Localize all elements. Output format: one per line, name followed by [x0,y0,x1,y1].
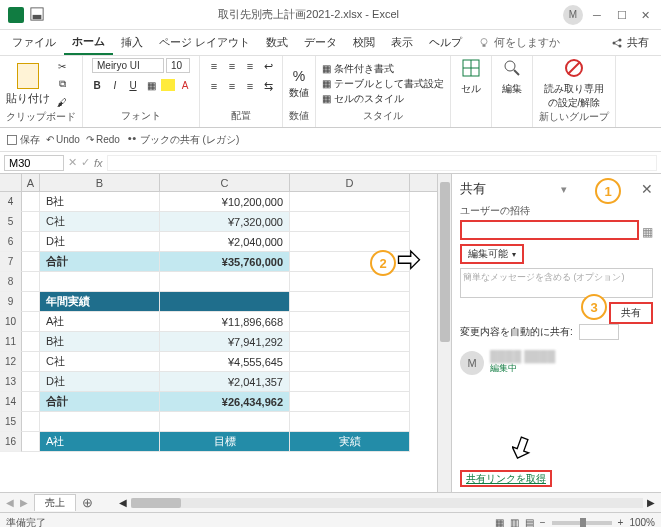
row-header[interactable]: 9 [0,292,22,312]
auto-share-select[interactable] [579,324,619,340]
fill-color-button[interactable] [161,79,175,91]
autosave-icon[interactable] [30,7,46,23]
copy-icon[interactable]: ⧉ [54,76,70,92]
row-header[interactable]: 7 [0,252,22,272]
zoom-out-button[interactable]: − [540,517,546,527]
view-break-icon[interactable]: ▤ [525,517,534,527]
row-header[interactable]: 5 [0,212,22,232]
cell-styles-button[interactable]: ▦セルのスタイル [322,92,444,106]
row-header[interactable]: 11 [0,332,22,352]
row-header[interactable]: 8 [0,272,22,292]
align-bottom-icon[interactable]: ≡ [242,58,258,74]
qat-redo[interactable]: ↷ Redo [86,134,120,145]
get-share-link[interactable]: 共有リンクを取得 [460,470,552,487]
row-header[interactable]: 4 [0,192,22,212]
row-header[interactable]: 13 [0,372,22,392]
col-header-d[interactable]: D [290,174,410,191]
zoom-slider[interactable] [552,521,612,525]
ribbon: 貼り付け ✂ ⧉ 🖌 クリップボード Meiryo UI 10 B I U ▦ … [0,56,661,128]
formula-input[interactable] [107,155,657,171]
message-input[interactable]: 簡単なメッセージを含める (オプション) [460,268,653,298]
wrap-text-icon[interactable]: ↩ [260,58,276,74]
user-avatar[interactable]: M [563,5,583,25]
readonly-button[interactable]: 読み取り専用の設定/解除 [539,58,609,110]
align-middle-icon[interactable]: ≡ [224,58,240,74]
editing-button[interactable]: 編集 [498,58,526,125]
align-left-icon[interactable]: ≡ [206,78,222,94]
font-size-select[interactable]: 10 [166,58,190,73]
horizontal-scrollbar[interactable]: ◀▶ [119,497,655,508]
permission-select[interactable]: 編集可能▾ [460,244,524,264]
format-painter-icon[interactable]: 🖌 [54,94,70,110]
menubar: ファイル ホーム 挿入 ページ レイアウト 数式 データ 校閲 表示 ヘルプ 何… [0,30,661,56]
merge-icon[interactable]: ⇆ [260,78,276,94]
pane-close-button[interactable]: ✕ [641,181,653,197]
underline-button[interactable]: U [125,77,141,93]
view-page-icon[interactable]: ▥ [510,517,519,527]
menu-view[interactable]: 表示 [383,31,421,54]
format-table-button[interactable]: ▦テーブルとして書式設定 [322,77,444,91]
menu-data[interactable]: データ [296,31,345,54]
row-header[interactable]: 14 [0,392,22,412]
menu-help[interactable]: ヘルプ [421,31,470,54]
font-name-select[interactable]: Meiryo UI [92,58,164,73]
maximize-button[interactable]: ☐ [617,9,629,21]
cell[interactable]: ¥10,200,000 [160,192,290,212]
sheet-tab-active[interactable]: 売上 [34,494,76,511]
row-header[interactable]: 12 [0,352,22,372]
tab-nav-next[interactable]: ▶ [20,497,28,508]
qat-undo[interactable]: ↶ Undo [46,134,80,145]
align-top-icon[interactable]: ≡ [206,58,222,74]
tab-nav-prev[interactable]: ◀ [6,497,14,508]
menu-insert[interactable]: 挿入 [113,31,151,54]
menu-pagelayout[interactable]: ページ レイアウト [151,31,258,54]
border-button[interactable]: ▦ [143,77,159,93]
pane-dropdown-icon[interactable]: ▾ [561,183,567,196]
svg-line-11 [514,70,519,75]
address-book-icon[interactable]: ▦ [642,225,653,239]
cell[interactable]: B社 [40,192,160,212]
invite-input[interactable] [460,220,639,240]
group-alignment: ≡ ≡ ≡ ↩ ≡ ≡ ≡ ⇆ 配置 [200,56,283,127]
share-top-button[interactable]: 共有 [603,33,657,52]
menu-review[interactable]: 校閲 [345,31,383,54]
menu-file[interactable]: ファイル [4,31,64,54]
qat-share-legacy[interactable]: ブックの共有 (レガシ) [126,133,239,147]
menu-formulas[interactable]: 数式 [258,31,296,54]
row-header[interactable]: 6 [0,232,22,252]
vertical-scrollbar[interactable] [437,174,451,492]
zoom-in-button[interactable]: + [618,517,624,527]
row-header[interactable]: 10 [0,312,22,332]
align-center-icon[interactable]: ≡ [224,78,240,94]
zoom-level[interactable]: 100% [629,517,655,527]
italic-button[interactable]: I [107,77,123,93]
col-header-a[interactable]: A [22,174,40,191]
percent-icon[interactable]: % [293,68,305,84]
bold-button[interactable]: B [89,77,105,93]
font-color-button[interactable]: A [177,77,193,93]
align-right-icon[interactable]: ≡ [242,78,258,94]
name-box[interactable] [4,155,64,171]
row-header[interactable]: 15 [0,412,22,432]
qat-save[interactable]: 保存 [6,133,40,147]
close-button[interactable]: ✕ [641,9,653,21]
menu-home[interactable]: ホーム [64,30,113,55]
share-top-label: 共有 [627,35,649,50]
auto-share-label: 変更内容を自動的に共有: [460,325,573,339]
fx-icon[interactable]: fx [94,157,103,169]
share-button[interactable]: 共有 [609,302,653,324]
select-all-corner[interactable] [0,174,22,191]
paste-button[interactable]: 貼り付け [6,63,50,106]
col-header-b[interactable]: B [40,174,160,191]
conditional-format-button[interactable]: ▦条件付き書式 [322,62,444,76]
add-sheet-button[interactable]: ⊕ [82,495,93,510]
cells-button[interactable]: セル [457,58,485,125]
tell-me-search[interactable]: 何をしますか [478,35,560,50]
cut-icon[interactable]: ✂ [54,58,70,74]
fx-cancel[interactable]: ✕ [68,156,77,169]
col-header-c[interactable]: C [160,174,290,191]
view-normal-icon[interactable]: ▦ [495,517,504,527]
row-header[interactable]: 16 [0,432,22,452]
minimize-button[interactable]: ─ [593,9,605,21]
fx-enter[interactable]: ✓ [81,156,90,169]
